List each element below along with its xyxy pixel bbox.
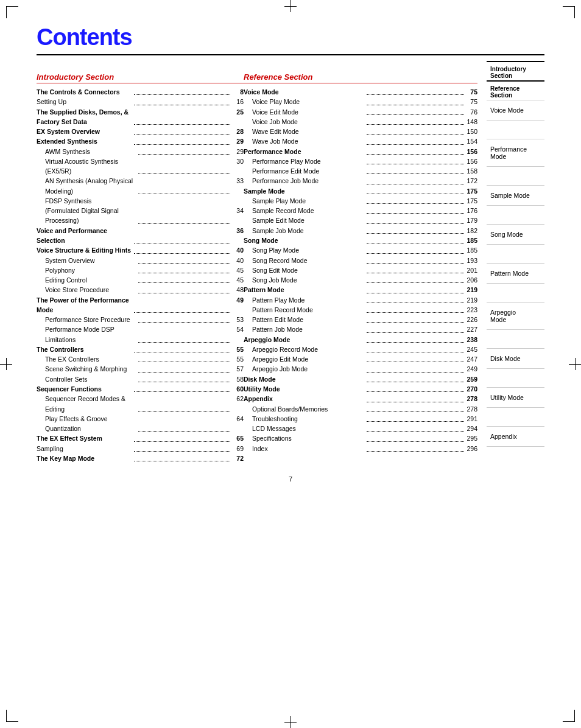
toc-page: 65 <box>231 433 244 443</box>
toc-page: 278 <box>465 404 477 414</box>
toc-title: Sample Mode <box>244 186 365 196</box>
toc-dots <box>138 256 230 264</box>
intro-toc: The Controls & Connectors8Setting Up16Th… <box>37 87 244 463</box>
toc-page: 45 <box>231 265 244 275</box>
toc-title: (Formulated Digital Signal Processing) <box>45 206 137 226</box>
toc-dots <box>367 285 464 293</box>
toc-title: Voice and Performance Selection <box>37 226 133 246</box>
toc-page: 179 <box>465 215 477 225</box>
toc-page: 36 <box>231 226 244 246</box>
corner-mark-tr <box>563 6 575 18</box>
toc-row: Song Play Mode185 <box>244 245 477 255</box>
toc-title: Troubleshooting <box>252 414 365 424</box>
toc-page: 201 <box>465 265 477 275</box>
reference-section: Reference Section Voice Mode75Voice Play… <box>244 68 477 463</box>
sidebar-item-sample-mode[interactable]: Sample Mode <box>487 185 544 205</box>
toc-row: Song Mode185 <box>244 236 477 245</box>
sidebar-ref-heading: Reference Section <box>487 81 544 100</box>
toc-title: Voice Edit Mode <box>252 107 365 117</box>
toc-row: Performance Store Procedure53 <box>37 315 244 324</box>
toc-dots <box>367 364 464 372</box>
sidebar-item-song-mode[interactable]: Song Mode <box>487 224 544 244</box>
toc-dots <box>367 394 464 402</box>
sidebar-item-performance-mode[interactable]: Performance Mode <box>487 139 544 166</box>
toc-row: Index296 <box>244 444 477 453</box>
toc-title: The EX Effect System <box>37 433 133 443</box>
toc-dots <box>367 236 464 243</box>
toc-page: 60 <box>231 384 244 394</box>
toc-row: Appendix278 <box>244 394 477 404</box>
crosshair-top <box>284 0 297 12</box>
toc-row: Pattern Play Mode219 <box>244 295 477 305</box>
sidebar-item-disk-mode[interactable]: Disk Mode <box>487 348 544 368</box>
toc-dots <box>367 156 464 164</box>
toc-title: Voice Store Procedure <box>45 285 137 295</box>
sidebar-item-utility-mode[interactable]: Utility Mode <box>487 387 544 407</box>
page-title: Contents <box>37 24 544 51</box>
toc-title: LCD Messages <box>252 424 365 433</box>
toc-row: Song Record Mode193 <box>244 256 477 265</box>
toc-title: Wave Edit Mode <box>252 127 365 136</box>
sidebar-intro-section: Introductory Section <box>487 61 544 80</box>
toc-dots <box>367 226 464 234</box>
title-underline <box>37 54 544 55</box>
sidebar-ref-section: Reference Section <box>487 80 544 100</box>
sidebar-item-arpeggio-mode[interactable]: Arpeggio Mode <box>487 302 544 329</box>
toc-row: Voice Play Mode75 <box>244 97 477 107</box>
toc-title: Voice Job Mode <box>252 117 365 127</box>
toc-dots <box>367 215 464 223</box>
toc-row: Extended Synthesis29 <box>37 136 244 146</box>
toc-row: Pattern Mode219 <box>244 285 477 295</box>
toc-row: Performance Mode156 <box>244 147 477 156</box>
toc-dots <box>367 433 464 441</box>
toc-dots <box>367 295 464 303</box>
toc-row: System Overview40 <box>37 256 244 265</box>
toc-page: 193 <box>465 256 477 265</box>
toc-title: Appendix <box>244 394 365 404</box>
toc-row: The EX Effect System65 <box>37 433 244 443</box>
toc-dots <box>367 265 464 273</box>
toc-dots <box>134 245 230 253</box>
sidebar-item-pattern-mode[interactable]: Pattern Mode <box>487 263 544 283</box>
toc-dots <box>367 424 464 432</box>
toc-dots <box>367 206 464 214</box>
toc-title: Polyphony <box>45 265 137 275</box>
toc-row: Performance Mode DSP Limitations54 <box>37 324 244 345</box>
toc-page: 30 <box>231 156 244 177</box>
toc-dots <box>138 285 230 293</box>
toc-page: 156 <box>465 147 477 156</box>
sidebar-intro-heading: Introductory Section <box>487 61 544 80</box>
toc-row: Specifications295 <box>244 433 477 443</box>
toc-page: 227 <box>465 324 477 334</box>
toc-row: The Power of the Performance Mode49 <box>37 295 244 315</box>
toc-dots <box>367 354 464 362</box>
toc-row: The Controls & Connectors8 <box>37 87 244 97</box>
toc-title: Performance Mode DSP Limitations <box>45 324 137 345</box>
toc-dots <box>367 384 464 392</box>
toc-page: 245 <box>465 345 477 354</box>
toc-title: Performance Edit Mode <box>252 166 365 176</box>
toc-title: Song Job Mode <box>252 275 365 285</box>
toc-row: Wave Job Mode154 <box>244 136 477 146</box>
corner-mark-br <box>563 710 575 722</box>
toc-page: 55 <box>231 345 244 354</box>
toc-row: Disk Mode259 <box>244 374 477 384</box>
toc-page: 175 <box>465 196 477 206</box>
toc-dots <box>138 275 230 283</box>
toc-page: 156 <box>465 156 477 166</box>
toc-page: 53 <box>231 315 244 324</box>
sidebar-item-appendix[interactable]: Appendix <box>487 426 544 446</box>
toc-dots <box>367 147 464 155</box>
toc-row: Sequencer Record Modes & Editing62 <box>37 394 244 414</box>
toc-dots <box>367 444 464 452</box>
sidebar-item-voice-mode[interactable]: Voice Mode <box>487 100 544 120</box>
toc-row: Virtual Acoustic Synthesis (EX5/5R)30 <box>37 156 244 177</box>
toc-page: 219 <box>465 285 477 295</box>
toc-dots <box>367 275 464 283</box>
toc-dots <box>367 245 464 253</box>
toc-page: 154 <box>465 136 477 146</box>
toc-row: Voice Job Mode148 <box>244 117 477 127</box>
toc-title: Pattern Play Mode <box>252 295 365 305</box>
toc-title: Sample Edit Mode <box>252 215 365 225</box>
toc-page: 185 <box>465 236 477 245</box>
